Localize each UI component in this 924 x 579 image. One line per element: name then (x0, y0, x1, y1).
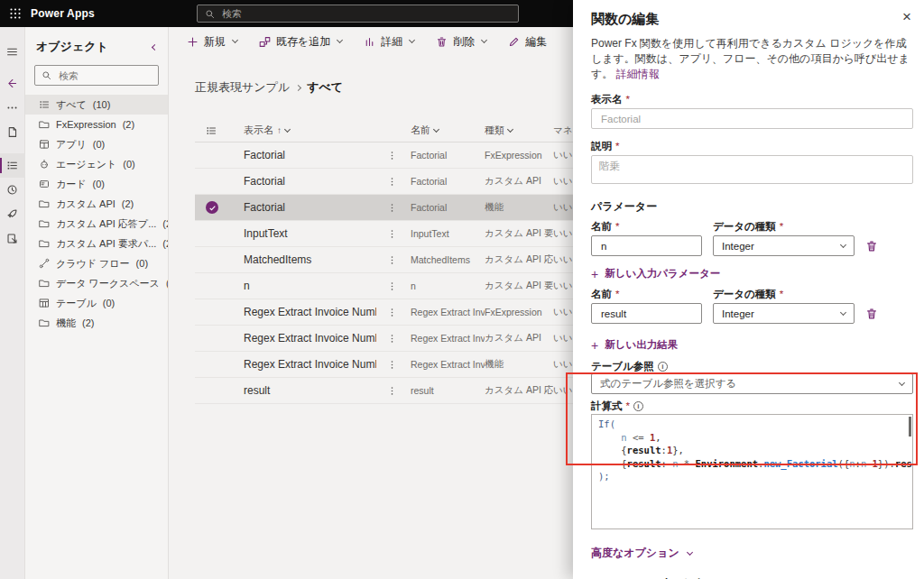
rail-item[interactable] (0, 153, 25, 178)
output-name-input[interactable] (599, 308, 694, 320)
row-more-button[interactable] (376, 229, 411, 239)
info-icon (658, 362, 668, 372)
folder-icon (39, 317, 50, 328)
param-datatype-dropdown[interactable]: Integer (713, 235, 855, 256)
output-name-field[interactable] (591, 303, 702, 324)
param-name-field[interactable] (591, 235, 702, 256)
row-more-button[interactable] (376, 386, 411, 396)
table-row[interactable]: Factorial Factorial カスタム API いいえ (195, 169, 592, 195)
row-more-button[interactable] (376, 177, 411, 187)
sidebar-title: オブジェクト (36, 39, 108, 55)
left-rail (0, 27, 25, 579)
column-header-name[interactable]: 名前 (411, 124, 485, 137)
rail-item[interactable] (0, 40, 25, 64)
sidebar-item[interactable]: FxExpression (2) (25, 115, 168, 134)
column-header-display-name[interactable]: 表示名↑ (244, 124, 376, 137)
chevron-down-icon (232, 37, 238, 43)
command-bar-item[interactable]: 既存を追加 (259, 34, 342, 50)
global-search-input[interactable] (220, 7, 511, 20)
waffle-icon[interactable] (0, 8, 31, 19)
sidebar-item[interactable]: 機能 (2) (25, 313, 168, 333)
cell-display-name: Regex Extract Invoice Number (244, 332, 376, 345)
sidebar-item[interactable]: カスタム API (2) (25, 194, 168, 214)
page-icon (6, 126, 18, 138)
breadcrumb-parent[interactable]: 正規表現サンプル (195, 79, 290, 96)
command-bar-item[interactable]: 削除 (436, 34, 486, 50)
rail-item[interactable] (0, 71, 25, 96)
global-search[interactable] (197, 5, 519, 23)
row-more-button[interactable] (376, 334, 411, 344)
sidebar-item[interactable]: すべて (10) (25, 95, 168, 115)
table-row[interactable]: result result カスタム API 応... いいえ (195, 378, 592, 404)
display-name-field[interactable] (591, 108, 913, 129)
search-icon (205, 9, 215, 19)
sidebar-item[interactable]: エージェント (0) (25, 154, 168, 174)
rail-item[interactable] (0, 120, 25, 144)
more-icon (6, 102, 18, 114)
command-bar-item[interactable]: 新規 (187, 34, 237, 50)
table-row[interactable]: InputText InputText カスタム API 要... いいえ (195, 221, 592, 247)
sidebar-item-label: すべて (56, 98, 87, 112)
rail-item[interactable] (0, 178, 25, 202)
row-more-button[interactable] (376, 255, 411, 265)
rail-item[interactable] (0, 96, 25, 120)
learn-more-link[interactable]: 詳細情報 (616, 68, 660, 80)
sidebar-item-label: カスタム API (56, 198, 116, 211)
table-row[interactable]: Regex Extract Invoice Number Regex Extra… (195, 326, 592, 352)
rail-item[interactable] (0, 226, 25, 251)
rail-item[interactable] (0, 202, 25, 226)
list-icon (39, 99, 50, 110)
formula-editor[interactable]: If( n <= 1, {result:1}, {result: n * Env… (591, 414, 913, 529)
cell-type: カスタム API 要... (485, 227, 553, 240)
row-more-button[interactable] (376, 308, 411, 317)
advanced-options-toggle[interactable]: 高度なオプション (591, 546, 913, 561)
table-row[interactable]: Regex Extract Invoice Number Regex Extra… (195, 352, 592, 378)
display-name-input[interactable] (599, 113, 905, 125)
display-name-label: 表示名* (591, 93, 913, 106)
more-vertical-icon (387, 255, 397, 265)
output-datatype-dropdown[interactable]: Integer (713, 303, 855, 324)
sidebar-item[interactable]: カスタム API 応答プ... (2) (25, 214, 168, 234)
sidebar-item-label: カード (56, 178, 87, 191)
chevron-left-icon[interactable] (152, 43, 158, 50)
table-row[interactable]: n n カスタム API 要... いいえ (195, 273, 592, 299)
cell-name: Regex Extract Inv... (411, 333, 485, 344)
hamburger-icon (6, 46, 18, 58)
command-label: 詳細 (381, 34, 402, 50)
sidebar-item[interactable]: アプリ (0) (25, 134, 168, 154)
row-more-button[interactable] (376, 281, 411, 291)
command-bar-item[interactable]: 編集 (508, 34, 547, 50)
sidebar-item[interactable]: カード (0) (25, 174, 168, 194)
row-more-button[interactable] (376, 151, 411, 161)
table-row[interactable]: Factorial Factorial FxExpression いいえ (195, 142, 592, 169)
table-row[interactable]: Factorial Factorial 機能 いいえ (195, 195, 592, 221)
sidebar-item[interactable]: データ ワークスペース (0) (25, 273, 168, 293)
row-more-button[interactable] (376, 360, 411, 370)
export-icon (6, 233, 18, 244)
sidebar-search-input[interactable] (57, 69, 152, 82)
command-bar-item[interactable]: 詳細 (364, 34, 414, 50)
sidebar-item-count: (0) (93, 139, 105, 150)
trash-icon[interactable] (865, 308, 878, 320)
new-input-parameter-button[interactable]: +新しい入力パラメーター (591, 267, 913, 280)
sidebar-item-label: アプリ (56, 138, 87, 152)
table-reference-dropdown[interactable]: 式のテーブル参照を選択する (591, 373, 913, 394)
row-more-button[interactable] (376, 203, 411, 213)
new-output-result-button[interactable]: +新しい出力結果 (591, 338, 913, 352)
sidebar-item[interactable]: テーブル (0) (25, 293, 168, 313)
column-header-type[interactable]: 種類 (485, 124, 553, 137)
description-textarea[interactable]: 階乗 (591, 155, 913, 184)
param-name-input[interactable] (599, 240, 694, 253)
table-row[interactable]: MatchedItems MatchedItems カスタム API 応... … (195, 247, 592, 273)
sidebar-search[interactable] (34, 65, 159, 86)
sidebar-item[interactable]: カスタム API 要求パ... (2) (25, 234, 168, 253)
cell-display-name: Regex Extract Invoice Number (244, 306, 376, 318)
cell-display-name: InputText (244, 227, 376, 240)
close-icon[interactable]: × (902, 9, 911, 24)
sidebar-item[interactable]: クラウド フロー (0) (25, 253, 168, 273)
cell-name: InputText (411, 228, 485, 239)
search-icon (42, 70, 51, 80)
select-all-icon[interactable] (206, 125, 217, 136)
table-row[interactable]: Regex Extract Invoice Number Regex Extra… (195, 299, 592, 326)
trash-icon[interactable] (865, 240, 878, 253)
